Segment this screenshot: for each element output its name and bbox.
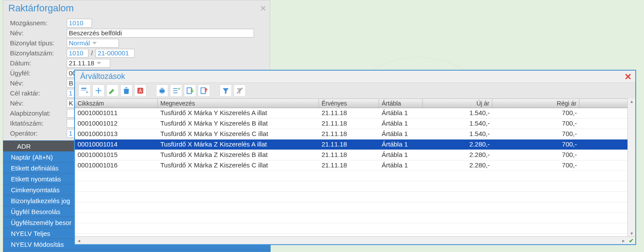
cell-ujar: 2.280,- (423, 150, 492, 160)
cell-ervenyes: 21.11.18 (319, 119, 379, 129)
delete-icon[interactable] (120, 85, 132, 97)
modal-footer: ◂ ▸ ✔ (75, 236, 635, 244)
table-row-empty (75, 171, 635, 181)
col-regiar[interactable]: Régi ár (492, 99, 580, 108)
cell-regiar: 700,- (492, 150, 580, 160)
grid-header: Cikkszám Megnevezés Érvényes Ártábla Új … (75, 99, 635, 108)
cell-ujar: 1.540,- (423, 108, 492, 118)
cell-ervenyes: 21.11.18 (319, 160, 379, 170)
label-nev3: Név: (10, 99, 67, 107)
col-spacer (580, 99, 635, 108)
cell-megnevezes: Tusfürdő X Márka Y Kiszerelés B illat (158, 119, 319, 129)
export-icon[interactable] (184, 85, 196, 97)
plus-icon[interactable] (92, 85, 105, 97)
table-row[interactable]: 00010001013Tusfürdő X Márka Y Kiszerelés… (75, 129, 635, 140)
cell-megnevezes: Tusfürdő X Márka Z Kiszerelés A illat (158, 140, 319, 150)
cell-artabla: Ártábla 1 (379, 160, 423, 170)
modal-toolbar: +A (75, 83, 635, 99)
table-row[interactable]: 00010001015Tusfürdő X Márka Z Kiszerelés… (75, 150, 635, 160)
label-alapbiz: Alapbizonylat: (10, 109, 67, 117)
col-megnevezes[interactable]: Megnevezés (158, 99, 319, 108)
label-ugyfel: Ügyfél: (10, 69, 67, 77)
cell-regiar: 700,- (492, 140, 580, 150)
scroll-down-icon[interactable]: ▾ (630, 231, 633, 236)
cell-cikkszam: 00010001014 (75, 140, 158, 150)
cell-ervenyes: 21.11.18 (319, 150, 379, 160)
label-iktato: Iktatószám: (10, 119, 67, 127)
table-row-empty (75, 223, 635, 234)
cell-cikkszam: 00010001012 (75, 119, 158, 129)
page-title: Raktárforgalom (8, 3, 74, 14)
clear-filter-icon[interactable] (234, 85, 246, 97)
cell-regiar: 700,- (492, 160, 580, 170)
table-row[interactable]: 00010001014Tusfürdő X Márka Z Kiszerelés… (75, 140, 635, 150)
label-nev2: Név: (10, 79, 67, 87)
svg-text:+: + (86, 89, 89, 95)
scroll-up-icon[interactable]: ▴ (630, 99, 633, 104)
modal-title-bar: Árváltozások ✕ (75, 71, 635, 83)
label-mozgasnem: Mozgásnem: (10, 19, 67, 27)
svg-text:A: A (139, 89, 142, 93)
mozgasnem-input[interactable] (67, 19, 92, 27)
vertical-scrollbar[interactable]: ▴ ▾ (627, 99, 635, 236)
datum-select[interactable]: 21.11.18 (67, 59, 110, 68)
grid-body: 00010001011Tusfürdő X Márka Y Kiszerelés… (75, 108, 635, 234)
table-row-empty (75, 192, 635, 202)
label-celraktar: Cél raktár: (10, 89, 67, 97)
cell-ervenyes: 21.11.18 (319, 129, 379, 139)
print-icon[interactable] (156, 85, 168, 97)
delete-all-icon[interactable]: A (134, 85, 146, 97)
cell-cikkszam: 00010001015 (75, 150, 158, 160)
cell-ujar: 1.540,- (423, 119, 492, 129)
cell-artabla: Ártábla 1 (379, 119, 423, 129)
col-ervenyes[interactable]: Érvényes (319, 99, 379, 108)
label-biztipus: Bizonylat típus: (10, 39, 67, 47)
scroll-right-icon[interactable]: ▸ (620, 238, 627, 244)
cell-cikkszam: 00010001016 (75, 160, 158, 170)
cell-artabla: Ártábla 1 (379, 150, 423, 160)
arvaltozasok-modal: Árváltozások ✕ +A Cikkszám Megnevezés Ér… (74, 70, 636, 245)
close-icon[interactable]: × (260, 2, 266, 14)
select-all-icon[interactable] (170, 85, 182, 97)
cell-megnevezes: Tusfürdő X Márka Y Kiszerelés C illat (158, 129, 319, 139)
cell-regiar: 700,- (492, 119, 580, 129)
table-row[interactable]: 00010001012Tusfürdő X Márka Y Kiszerelés… (75, 119, 635, 129)
cell-ujar: 2.280,- (423, 160, 492, 170)
bizszam-b-input[interactable] (95, 49, 135, 58)
bizszam-a-input[interactable] (67, 49, 88, 58)
cell-megnevezes: Tusfürdő X Márka Y Kiszerelés A illat (158, 108, 319, 118)
cell-ervenyes: 21.11.18 (319, 108, 379, 118)
filter-icon[interactable] (220, 85, 232, 97)
col-artabla[interactable]: Ártábla (379, 99, 423, 108)
col-cikkszam[interactable]: Cikkszám (75, 99, 158, 108)
import-icon[interactable] (198, 85, 210, 97)
svg-rect-6 (161, 88, 164, 89)
cell-cikkszam: 00010001013 (75, 129, 158, 139)
confirm-check-icon[interactable]: ✔ (627, 237, 635, 244)
close-icon[interactable]: ✕ (624, 72, 632, 82)
sidebar-item[interactable]: NYELV Módosítás (3, 249, 271, 252)
table-row-empty (75, 202, 635, 213)
add-row-icon[interactable]: + (78, 85, 91, 97)
table-row[interactable]: 00010001011Tusfürdő X Márka Y Kiszerelés… (75, 108, 635, 119)
chevron-down-icon (97, 62, 101, 65)
main-title-bar: Raktárforgalom × (3, 0, 270, 17)
cell-regiar: 700,- (492, 129, 580, 139)
table-row-empty (75, 213, 635, 223)
col-ujar[interactable]: Új ár (423, 99, 492, 108)
edit-icon[interactable] (106, 85, 119, 97)
cell-artabla: Ártábla 1 (379, 129, 423, 139)
label-datum: Dátum: (10, 59, 67, 67)
biztipus-select[interactable]: Normál (67, 39, 119, 48)
svg-rect-7 (161, 92, 164, 94)
scroll-left-icon[interactable]: ◂ (75, 238, 83, 244)
price-grid: Cikkszám Megnevezés Érvényes Ártábla Új … (75, 99, 635, 236)
cell-artabla: Ártábla 1 (379, 140, 423, 150)
svg-rect-9 (201, 88, 205, 93)
chevron-down-icon (92, 42, 97, 44)
nev1-input[interactable] (67, 29, 254, 37)
cell-ujar: 1.540,- (423, 129, 492, 139)
table-row[interactable]: 00010001016Tusfürdő X Márka Z Kiszerelés… (75, 160, 635, 171)
cell-regiar: 700,- (492, 108, 580, 118)
slash-separator: / (91, 49, 93, 57)
